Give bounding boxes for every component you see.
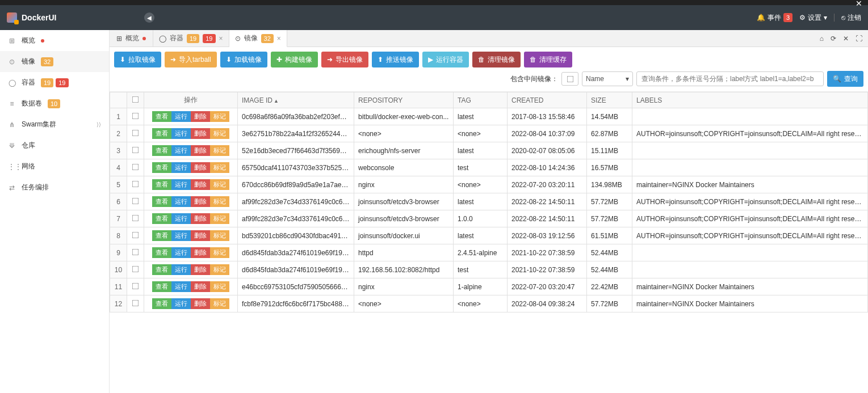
op-run-button[interactable]: 运行 [171,247,191,258]
op-delete-button[interactable]: 删除 [191,145,210,156]
tab-close-icon[interactable]: × [219,35,223,43]
op-view-button[interactable]: 查看 [152,111,171,122]
op-run-button[interactable]: 运行 [171,230,191,241]
sidebar-item-2[interactable]: ◯容器1919 [0,72,109,93]
toolbar-btn-1[interactable]: ➜导入tarball [165,52,217,67]
sidebar-item-6[interactable]: ⋮⋮网络 [0,156,109,177]
op-delete-button[interactable]: 删除 [191,111,210,122]
op-delete-button[interactable]: 删除 [191,162,210,173]
tab-0[interactable]: ◯容器1919× [153,30,229,47]
op-view-button[interactable]: 查看 [152,213,171,224]
op-tag-button[interactable]: 标记 [210,213,229,224]
op-run-button[interactable]: 运行 [171,298,191,309]
sidebar-item-5[interactable]: ⟱仓库 [0,135,109,156]
op-tag-button[interactable]: 标记 [210,128,229,139]
op-tag-button[interactable]: 标记 [210,111,229,122]
op-tag-button[interactable]: 标记 [210,196,229,207]
col-created[interactable]: CREATED [508,92,587,108]
row-checkbox[interactable] [127,125,144,142]
toolbar-btn-8[interactable]: 🗑清理缓存 [524,52,572,67]
row-checkbox[interactable] [127,261,144,278]
op-tag-button[interactable]: 标记 [210,230,229,241]
op-delete-button[interactable]: 删除 [191,298,210,309]
op-run-button[interactable]: 运行 [171,145,191,156]
op-run-button[interactable]: 运行 [171,281,191,292]
col-select-all[interactable] [127,92,144,108]
op-run-button[interactable]: 运行 [171,264,191,275]
op-view-button[interactable]: 查看 [152,281,171,292]
op-delete-button[interactable]: 删除 [191,264,210,275]
op-view-button[interactable]: 查看 [152,145,171,156]
col-repository[interactable]: REPOSITORY [354,92,454,108]
sidebar-item-1[interactable]: ⊙镜像32 [0,51,109,72]
col-tag[interactable]: TAG [454,92,508,108]
window-close-icon[interactable]: ✕ [856,0,862,8]
op-tag-button[interactable]: 标记 [210,162,229,173]
filter-field-select[interactable]: Name ▾ [582,71,633,86]
op-run-button[interactable]: 运行 [171,213,191,224]
op-view-button[interactable]: 查看 [152,196,171,207]
row-checkbox[interactable] [127,295,144,312]
op-tag-button[interactable]: 标记 [210,264,229,275]
op-delete-button[interactable]: 删除 [191,281,210,292]
header-settings[interactable]: ⚙ 设置 ▾ [799,13,827,23]
op-run-button[interactable]: 运行 [171,111,191,122]
op-view-button[interactable]: 查看 [152,179,171,190]
op-delete-button[interactable]: 删除 [191,247,210,258]
op-view-button[interactable]: 查看 [152,298,171,309]
header-logout[interactable]: ⎋ 注销 [841,13,861,23]
row-checkbox[interactable] [127,244,144,261]
op-delete-button[interactable]: 删除 [191,179,210,190]
op-run-button[interactable]: 运行 [171,128,191,139]
sidebar-item-7[interactable]: ⇄任务编排 [0,177,109,198]
tab-close-icon[interactable]: × [277,35,281,43]
close-tab-icon[interactable]: ✕ [843,35,849,43]
op-run-button[interactable]: 运行 [171,179,191,190]
row-checkbox[interactable] [127,193,144,210]
fullscreen-icon[interactable]: ⛶ [856,35,862,43]
home-icon[interactable]: ⌂ [820,35,824,43]
tab-overview[interactable]: ⊞ 概览 [110,30,153,47]
row-checkbox[interactable] [127,108,144,125]
toolbar-btn-6[interactable]: ▶运行容器 [422,52,469,67]
op-delete-button[interactable]: 删除 [191,128,210,139]
search-input[interactable] [636,71,824,86]
op-view-button[interactable]: 查看 [152,264,171,275]
toolbar-btn-5[interactable]: ⬆推送镜像 [372,52,419,67]
toolbar-btn-2[interactable]: ⬇加载镜像 [220,52,267,67]
op-tag-button[interactable]: 标记 [210,179,229,190]
col-image-id[interactable]: IMAGE ID▲ [238,92,354,108]
toolbar-btn-7[interactable]: 🗑清理镜像 [472,52,521,67]
include-intermediate-checkbox[interactable] [561,72,578,86]
tab-1[interactable]: ⊙镜像32× [229,30,287,47]
row-checkbox[interactable] [127,176,144,193]
op-delete-button[interactable]: 删除 [191,230,210,241]
op-tag-button[interactable]: 标记 [210,145,229,156]
op-tag-button[interactable]: 标记 [210,247,229,258]
op-view-button[interactable]: 查看 [152,230,171,241]
sidebar-collapse-button[interactable]: ◀ [144,12,154,23]
refresh-icon[interactable]: ⟳ [831,35,836,43]
col-size[interactable]: SIZE [587,92,632,108]
sidebar-item-3[interactable]: ≡数据卷10 [0,93,109,114]
sidebar-item-4[interactable]: ⋔Swarm集群⟩⟩ [0,114,109,135]
search-button[interactable]: 🔍 查询 [827,71,863,87]
op-tag-button[interactable]: 标记 [210,298,229,309]
op-tag-button[interactable]: 标记 [210,281,229,292]
row-checkbox[interactable] [127,159,144,176]
op-view-button[interactable]: 查看 [152,128,171,139]
op-view-button[interactable]: 查看 [152,247,171,258]
op-view-button[interactable]: 查看 [152,162,171,173]
row-checkbox[interactable] [127,227,144,244]
sidebar-item-0[interactable]: ⊞概览 [0,30,109,51]
header-events[interactable]: 🔔 事件 3 [757,13,792,23]
op-run-button[interactable]: 运行 [171,162,191,173]
toolbar-btn-0[interactable]: ⬇拉取镜像 [114,52,161,67]
toolbar-btn-3[interactable]: ✚构建镜像 [271,52,318,67]
op-delete-button[interactable]: 删除 [191,196,210,207]
op-delete-button[interactable]: 删除 [191,213,210,224]
col-ops[interactable]: 操作 [144,92,238,108]
op-run-button[interactable]: 运行 [171,196,191,207]
row-checkbox[interactable] [127,142,144,159]
row-checkbox[interactable] [127,278,144,295]
